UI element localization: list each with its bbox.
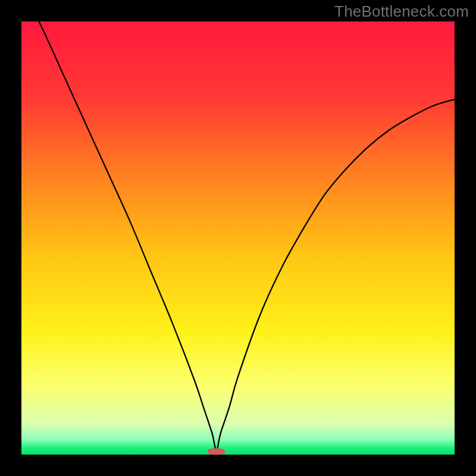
plot-background [21, 21, 455, 455]
watermark-label: TheBottleneck.com [334, 2, 469, 21]
optimal-marker [208, 448, 226, 455]
chart-stage: TheBottleneck.com [0, 0, 476, 476]
bottleneck-chart [0, 0, 476, 476]
